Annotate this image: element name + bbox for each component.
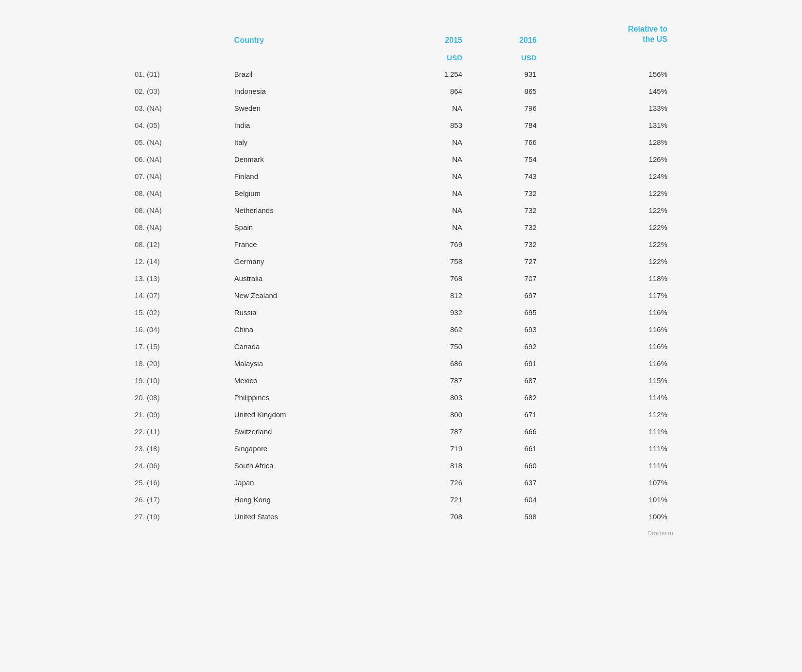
cell-2016: 732	[468, 202, 542, 219]
cell-rank: 18. (20)	[129, 355, 228, 372]
cell-country: China	[228, 321, 391, 338]
cell-2015: 812	[391, 287, 468, 304]
usd-2016-label: USD	[468, 50, 542, 66]
table-row: 08. (12)France769732122%	[129, 236, 673, 253]
cell-rank: 12. (14)	[129, 253, 228, 270]
cell-rank: 22. (11)	[129, 423, 228, 440]
cell-2016: 796	[468, 100, 542, 117]
cell-rank: 08. (NA)	[129, 185, 228, 202]
cell-relative: 118%	[542, 270, 673, 287]
cell-rank: 02. (03)	[129, 83, 228, 100]
cell-country: Germany	[228, 253, 391, 270]
cell-relative: 116%	[542, 304, 673, 321]
cell-relative: 114%	[542, 389, 673, 406]
cell-relative: 156%	[542, 66, 673, 83]
cell-rank: 25. (16)	[129, 474, 228, 491]
cell-2015: 1,254	[391, 66, 468, 83]
cell-2016: 687	[468, 372, 542, 389]
cell-2015: 864	[391, 83, 468, 100]
cell-relative: 115%	[542, 372, 673, 389]
cell-2016: 604	[468, 491, 542, 508]
cell-country: France	[228, 236, 391, 253]
table-row: 24. (06)South Africa818660111%	[129, 457, 673, 474]
cell-country: Denmark	[228, 151, 391, 168]
cell-2016: 671	[468, 406, 542, 423]
cell-rank: 21. (09)	[129, 406, 228, 423]
cell-country: Indonesia	[228, 83, 391, 100]
cell-relative: 117%	[542, 287, 673, 304]
cell-2016: 598	[468, 508, 542, 525]
cell-2015: NA	[391, 219, 468, 236]
cell-2015: 708	[391, 508, 468, 525]
cell-2016: 766	[468, 134, 542, 151]
cell-rank: 13. (13)	[129, 270, 228, 287]
cell-relative: 116%	[542, 338, 673, 355]
table-row: 25. (16)Japan726637107%	[129, 474, 673, 491]
cell-2015: 800	[391, 406, 468, 423]
cell-2015: 719	[391, 440, 468, 457]
table-row: 03. (NA)SwedenNA796133%	[129, 100, 673, 117]
table-row: 22. (11)Switzerland787666111%	[129, 423, 673, 440]
table-row: 21. (09)United Kingdom800671112%	[129, 406, 673, 423]
cell-2015: 853	[391, 117, 468, 134]
cell-2016: 931	[468, 66, 542, 83]
cell-country: Finland	[228, 168, 391, 185]
cell-2016: 754	[468, 151, 542, 168]
cell-2015: 862	[391, 321, 468, 338]
table-row: 05. (NA)ItalyNA766128%	[129, 134, 673, 151]
cell-country: Netherlands	[228, 202, 391, 219]
cell-country: Russia	[228, 304, 391, 321]
table-row: 16. (04)China862693116%	[129, 321, 673, 338]
cell-relative: 101%	[542, 491, 673, 508]
cell-2015: 758	[391, 253, 468, 270]
header-country: Country	[228, 19, 391, 50]
cell-relative: 107%	[542, 474, 673, 491]
cell-country: Spain	[228, 219, 391, 236]
cell-2016: 732	[468, 185, 542, 202]
cell-2016: 865	[468, 83, 542, 100]
cell-2016: 693	[468, 321, 542, 338]
cell-country: South Africa	[228, 457, 391, 474]
cell-rank: 03. (NA)	[129, 100, 228, 117]
cell-2016: 682	[468, 389, 542, 406]
table-row: 02. (03)Indonesia864865145%	[129, 83, 673, 100]
cell-relative: 112%	[542, 406, 673, 423]
table-row: 01. (01)Brazil1,254931156%	[129, 66, 673, 83]
cell-2015: 750	[391, 338, 468, 355]
cell-country: United Kingdom	[228, 406, 391, 423]
cell-2015: NA	[391, 151, 468, 168]
cell-2015: 721	[391, 491, 468, 508]
cell-country: Japan	[228, 474, 391, 491]
table-row: 13. (13)Australia768707118%	[129, 270, 673, 287]
cell-rank: 16. (04)	[129, 321, 228, 338]
cell-rank: 17. (15)	[129, 338, 228, 355]
table-row: 20. (08)Philippines803682114%	[129, 389, 673, 406]
cell-relative: 111%	[542, 457, 673, 474]
cell-relative: 145%	[542, 83, 673, 100]
cell-country: Sweden	[228, 100, 391, 117]
cell-2015: 787	[391, 423, 468, 440]
cell-2015: NA	[391, 185, 468, 202]
cell-relative: 111%	[542, 440, 673, 457]
cell-relative: 133%	[542, 100, 673, 117]
header-2015: 2015	[391, 19, 468, 50]
cell-2016: 695	[468, 304, 542, 321]
cell-2016: 732	[468, 219, 542, 236]
cell-rank: 07. (NA)	[129, 168, 228, 185]
cell-rank: 24. (06)	[129, 457, 228, 474]
cell-2016: 727	[468, 253, 542, 270]
cell-relative: 124%	[542, 168, 673, 185]
cell-2015: NA	[391, 134, 468, 151]
table-row: 23. (18)Singapore719661111%	[129, 440, 673, 457]
cell-2016: 692	[468, 338, 542, 355]
cell-2015: 769	[391, 236, 468, 253]
cell-rank: 23. (18)	[129, 440, 228, 457]
cell-rank: 06. (NA)	[129, 151, 228, 168]
cell-country: Philippines	[228, 389, 391, 406]
cell-country: Brazil	[228, 66, 391, 83]
cell-country: Switzerland	[228, 423, 391, 440]
table-row: 08. (NA)SpainNA732122%	[129, 219, 673, 236]
cell-country: Malaysia	[228, 355, 391, 372]
cell-2015: 932	[391, 304, 468, 321]
usd-2015-label: USD	[391, 50, 468, 66]
